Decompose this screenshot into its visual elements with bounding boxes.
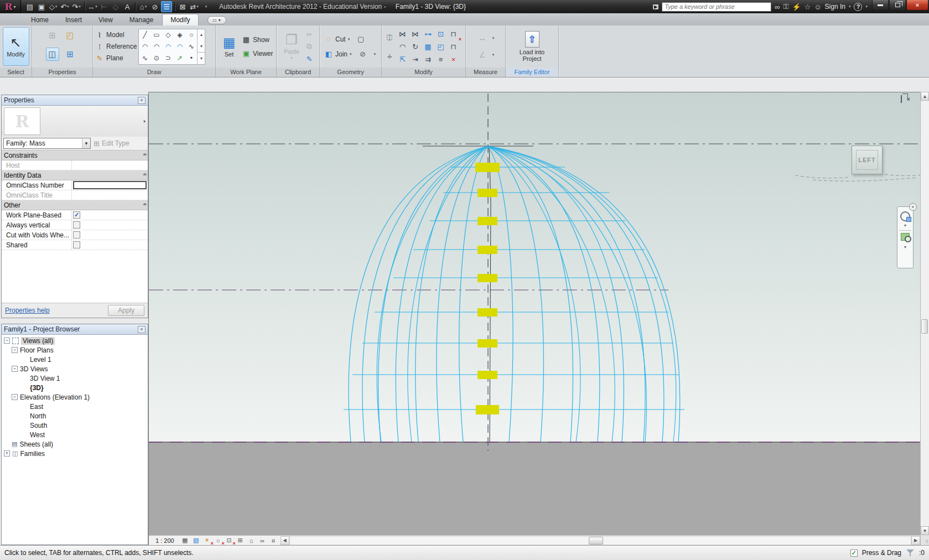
draw-line-icon[interactable]: ╱ <box>139 29 150 41</box>
property-row-always-vertical[interactable]: Always vertical <box>2 220 148 230</box>
shadows-icon[interactable]: ○× <box>214 536 223 545</box>
rotate-icon[interactable]: ↻ <box>409 40 422 53</box>
set-work-plane-button[interactable]: ▦ Set <box>218 27 240 66</box>
resize-grip-icon[interactable]: ⠿ <box>921 535 929 545</box>
draw-start-end-arc-icon[interactable]: ◠ <box>174 41 185 53</box>
draw-center-arc-icon[interactable]: ◠ <box>150 41 162 53</box>
group-header-constraints[interactable]: Constraints ^^ <box>2 151 148 160</box>
sun-path-icon[interactable]: ☀× <box>203 536 212 545</box>
collapse-box-icon[interactable]: − <box>12 394 18 400</box>
undo-button[interactable]: ↶▾ <box>59 1 70 12</box>
reveal-hidden-elements-icon[interactable]: ¤ <box>269 536 278 545</box>
trim-extend-single-icon[interactable]: ⇥ <box>409 53 422 66</box>
help-button[interactable]: ? <box>854 3 862 11</box>
save-button[interactable]: ▣ <box>36 1 47 12</box>
modify-panel-label[interactable]: Modify <box>382 68 465 77</box>
tree-node-east[interactable]: East <box>2 402 148 411</box>
communication-center-icon[interactable]: ⚡ <box>792 3 801 11</box>
tree-node-level-1[interactable]: Level 1 <box>2 355 148 364</box>
scale-icon[interactable]: ◰ <box>434 40 447 53</box>
tree-node-north[interactable]: North <box>2 411 148 421</box>
shared-checkbox[interactable] <box>73 241 80 248</box>
locked-view-icon[interactable]: ⌂ <box>247 536 256 545</box>
draw-polygon-icon[interactable]: ◇ <box>162 29 174 41</box>
trim-extend-corner-icon[interactable]: ⇱ <box>396 53 409 66</box>
horizontal-scrollbar[interactable] <box>289 536 911 545</box>
type-properties-icon[interactable]: ⊞ <box>64 48 77 61</box>
tab-home[interactable]: Home <box>23 14 56 25</box>
vscroll-down-icon[interactable]: ▼ <box>921 526 929 535</box>
work-plane-viewer-button[interactable]: ▣Viewer <box>242 48 273 59</box>
measure-along-caret-icon[interactable]: ▾ <box>492 53 495 57</box>
family-category-icon[interactable]: ◰ <box>64 29 77 42</box>
cut-to-clipboard-icon[interactable]: ✂ <box>304 29 315 40</box>
vscroll-thumb[interactable] <box>921 319 928 334</box>
solid-geometry-icon[interactable]: ▢ <box>355 34 366 45</box>
ribbon-state-toggle[interactable]: ▭▾ <box>207 16 226 24</box>
tree-node-views[interactable]: − Views (all) <box>2 336 148 345</box>
zoom-tool-icon[interactable] <box>901 233 910 241</box>
geometry-panel-label[interactable]: Geometry <box>320 68 381 77</box>
tab-insert[interactable]: Insert <box>58 14 90 25</box>
thin-lines-button[interactable]: ☰ <box>161 1 172 12</box>
draw-tangent-arc-icon[interactable]: ◠ <box>162 41 174 53</box>
tree-node-floor-plans[interactable]: − Floor Plans <box>2 345 148 355</box>
measure-between-refs-icon[interactable]: ↔ <box>477 33 488 44</box>
tab-manage[interactable]: Manage <box>122 14 161 25</box>
open-button[interactable]: ▤ <box>24 1 35 12</box>
draw-point-icon[interactable]: • <box>185 53 197 64</box>
copy-to-clipboard-icon[interactable]: ⧉ <box>304 41 315 52</box>
unpin-icon[interactable]: ⊓× <box>447 28 460 40</box>
vscroll-track[interactable] <box>921 101 929 526</box>
property-row-cut-with-voids[interactable]: Cut with Voids Whe... <box>2 230 148 240</box>
hscroll-right-icon[interactable]: ▶ <box>911 536 920 545</box>
attach-caret-icon[interactable]: ▾ <box>374 52 376 56</box>
view-scale-button[interactable]: 1 : 200 <box>151 537 179 544</box>
tree-node-sheets[interactable]: ▤ Sheets (all) <box>2 439 148 449</box>
redo-button[interactable]: ↷▾ <box>71 1 82 12</box>
collapse-box-icon[interactable]: − <box>4 338 10 344</box>
property-row-work-plane-based[interactable]: Work Plane-Based ✓ <box>2 210 148 220</box>
paste-button[interactable]: ❐ Paste ▾ <box>281 27 302 66</box>
tree-node-south[interactable]: South <box>2 421 148 430</box>
mirror-draw-axis-icon[interactable]: ⋈ <box>409 28 422 40</box>
draw-rectangle-icon[interactable]: ▭ <box>150 29 162 41</box>
crop-view-icon[interactable]: ⊡× <box>225 536 234 545</box>
mirror-pick-axis-icon[interactable]: ⋈ <box>396 28 409 40</box>
draw-circle-icon[interactable]: ○ <box>185 29 197 41</box>
work-plane-based-checkbox[interactable]: ✓ <box>73 211 80 219</box>
crop-visibility-icon[interactable]: ⊞ <box>236 536 245 545</box>
property-row-omniclass-number[interactable]: OmniClass Number <box>2 180 148 190</box>
tree-node-3d-views[interactable]: − 3D Views <box>2 364 148 374</box>
array-icon[interactable]: ▦ <box>422 40 434 53</box>
search-input[interactable] <box>662 2 771 12</box>
cut-with-voids-checkbox[interactable] <box>73 231 80 238</box>
clipboard-panel-label[interactable]: Clipboard <box>277 68 319 77</box>
preview-caret-icon[interactable]: ▾ <box>143 119 146 124</box>
zoom-caret-icon[interactable]: ▼ <box>904 245 907 249</box>
wireframe-meridians-back[interactable] <box>377 147 676 442</box>
move-icon[interactable]: ↔↕ <box>384 50 395 61</box>
gallery-expand-icon[interactable]: ▼ <box>198 52 205 64</box>
draw-partial-ellipse-icon[interactable]: ⊃ <box>162 53 174 64</box>
load-into-project-button[interactable]: ⇧ Load into Project <box>512 27 552 66</box>
draw-spline-icon[interactable]: ∿ <box>185 41 197 53</box>
tab-view[interactable]: View <box>91 14 121 25</box>
property-row-host[interactable]: Host <box>2 160 148 170</box>
vscroll-up-icon[interactable]: ▲ <box>921 92 929 101</box>
steering-wheel-icon[interactable] <box>900 211 910 221</box>
tag-button[interactable]: ◇ <box>110 1 121 12</box>
group-header-identity-data[interactable]: Identity Data ^^ <box>2 170 148 180</box>
expand-box-icon[interactable]: + <box>4 450 10 457</box>
switch-windows-button[interactable]: ⇄▾ <box>189 1 200 12</box>
left-elevation-cube[interactable]: LEFT <box>852 146 883 174</box>
sign-in-caret-icon[interactable]: ▾ <box>849 4 851 9</box>
close-button[interactable]: × <box>906 0 928 11</box>
shape-handles[interactable] <box>475 163 500 414</box>
sign-in-button[interactable]: Sign In <box>825 3 845 11</box>
align-icon[interactable]: ⎅ <box>384 32 395 43</box>
navbar-close-icon[interactable]: × <box>909 203 917 211</box>
measure-button[interactable]: ↔▾ <box>87 1 98 12</box>
split-element-icon[interactable]: ⊶ <box>422 28 434 40</box>
properties-palette-icon[interactable]: ◫ <box>46 48 59 61</box>
